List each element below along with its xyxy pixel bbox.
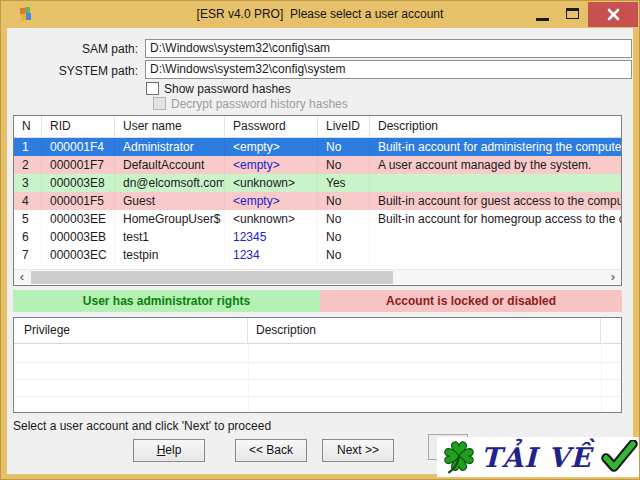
cell-n: 6 xyxy=(14,228,42,246)
cell-n: 3 xyxy=(14,174,42,192)
clover-icon xyxy=(441,438,477,476)
column-header-username[interactable]: User name xyxy=(115,116,225,137)
decrypt-history-label: Decrypt password history hashes xyxy=(171,97,348,111)
cell-password: <empty> xyxy=(225,156,318,174)
table-row-dn-elcomsoft[interactable]: 3 000003E8 dn@elcomsoft.com <unknown> Ye… xyxy=(14,174,621,192)
watermark-text: TẢI VỀ xyxy=(481,442,592,473)
cell-password: <unknown> xyxy=(225,210,318,228)
table-row-administrator[interactable]: 1 000001F4 Administrator <empty> No Buil… xyxy=(14,138,621,156)
cell-rid: 000003EC xyxy=(42,246,115,264)
minimize-button[interactable] xyxy=(530,0,554,27)
column-header-priv-description[interactable]: Description xyxy=(248,318,601,343)
cell-liveid: Yes xyxy=(318,174,370,192)
scroll-left-icon[interactable]: ‹ xyxy=(14,270,30,285)
scroll-right-icon[interactable]: › xyxy=(605,270,621,285)
cell-username: Administrator xyxy=(115,138,225,156)
system-path-label: SYSTEM path: xyxy=(10,64,138,78)
cell-n: 7 xyxy=(14,246,42,264)
row-divider xyxy=(15,379,620,380)
cell-description: A user account managed by the system. xyxy=(370,156,621,174)
cell-username: Guest xyxy=(115,192,225,210)
sam-path-label: SAM path: xyxy=(10,42,138,56)
close-icon xyxy=(607,8,620,21)
accounts-table-header: N RID User name Password LiveID Descript… xyxy=(14,116,621,138)
cell-rid: 000001F7 xyxy=(42,156,115,174)
cell-rid: 000003EB xyxy=(42,228,115,246)
cell-liveid: No xyxy=(318,138,370,156)
cell-n: 1 xyxy=(14,138,42,156)
minimize-icon xyxy=(536,18,549,21)
table-row-homegroupuser[interactable]: 5 000003EE HomeGroupUser$ <unknown> No B… xyxy=(14,210,621,228)
horizontal-scrollbar[interactable]: ‹ › xyxy=(14,269,621,285)
cell-username: HomeGroupUser$ xyxy=(115,210,225,228)
column-divider xyxy=(601,344,602,411)
privileges-table-header: Privilege Description xyxy=(14,318,621,344)
close-button[interactable] xyxy=(588,2,638,27)
cell-password: <empty> xyxy=(225,138,318,156)
cell-password: 1234 xyxy=(225,246,318,264)
row-divider xyxy=(15,396,620,397)
cell-rid: 000001F4 xyxy=(42,138,115,156)
table-row-testpin[interactable]: 7 000003EC testpin 1234 No xyxy=(14,246,621,264)
column-header-privilege[interactable]: Privilege xyxy=(14,318,248,343)
show-password-hashes-label[interactable]: Show password hashes xyxy=(164,82,291,96)
cell-username: dn@elcomsoft.com xyxy=(115,174,225,192)
privileges-table: Privilege Description xyxy=(13,317,622,413)
legend-account-locked: Account is locked or disabled xyxy=(320,290,622,312)
scrollbar-thumb[interactable] xyxy=(31,271,393,284)
cell-description xyxy=(370,246,621,264)
column-header-liveid[interactable]: LiveID xyxy=(318,116,370,137)
accounts-table: N RID User name Password LiveID Descript… xyxy=(13,115,622,286)
cell-description xyxy=(370,228,621,246)
cell-rid: 000001F5 xyxy=(42,192,115,210)
column-header-description[interactable]: Description xyxy=(370,116,621,137)
column-header-n[interactable]: N xyxy=(14,116,42,137)
cell-n: 4 xyxy=(14,192,42,210)
next-button[interactable]: Next >> xyxy=(322,439,394,462)
back-button[interactable]: << Back xyxy=(235,439,307,462)
cell-username: testpin xyxy=(115,246,225,264)
cell-password: <unknown> xyxy=(225,174,318,192)
decrypt-history-checkbox xyxy=(153,97,166,110)
maximize-icon xyxy=(566,8,579,19)
cell-username: DefaultAccount xyxy=(115,156,225,174)
column-divider xyxy=(248,344,249,411)
cell-description: Built-in account for administering the c… xyxy=(370,138,621,156)
maximize-button[interactable] xyxy=(560,0,584,27)
table-row-test1[interactable]: 6 000003EB test1 12345 No xyxy=(14,228,621,246)
table-row-defaultaccount[interactable]: 2 000001F7 DefaultAccount <empty> No A u… xyxy=(14,156,621,174)
cell-password: 12345 xyxy=(225,228,318,246)
cell-rid: 000003EE xyxy=(42,210,115,228)
column-header-rid[interactable]: RID xyxy=(42,116,115,137)
cell-description: Built-in account for homegroup access to… xyxy=(370,210,621,228)
row-divider xyxy=(15,362,620,363)
sam-path-input[interactable]: D:\Windows\system32\config\sam xyxy=(145,39,632,58)
cell-liveid: No xyxy=(318,228,370,246)
cell-liveid: No xyxy=(318,156,370,174)
download-watermark: TẢI VỀ xyxy=(437,437,640,477)
cell-liveid: No xyxy=(318,192,370,210)
cell-rid: 000003E8 xyxy=(42,174,115,192)
table-row-guest[interactable]: 4 000001F5 Guest <empty> No Built-in acc… xyxy=(14,192,621,210)
checkmark-icon xyxy=(600,440,640,474)
cell-description: Built-in account for guest access to the… xyxy=(370,192,621,210)
show-password-hashes-checkbox[interactable] xyxy=(146,82,159,95)
title-bar: [ESR v4.0 PRO] Please select a user acco… xyxy=(0,0,640,28)
column-header-extra xyxy=(601,318,621,343)
cell-liveid: No xyxy=(318,246,370,264)
cell-liveid: No xyxy=(318,210,370,228)
system-path-input[interactable]: D:\Windows\system32\config\system xyxy=(145,60,632,79)
cell-description xyxy=(370,174,621,192)
help-label: elp xyxy=(165,443,181,457)
help-button[interactable]: Help xyxy=(133,439,205,462)
cell-n: 2 xyxy=(14,156,42,174)
legend-admin-rights: User has administrator rights xyxy=(13,290,320,312)
cell-n: 5 xyxy=(14,210,42,228)
cell-username: test1 xyxy=(115,228,225,246)
column-header-password[interactable]: Password xyxy=(225,116,318,137)
cell-password: <empty> xyxy=(225,192,318,210)
hint-text: Select a user account and click 'Next' t… xyxy=(13,419,271,433)
